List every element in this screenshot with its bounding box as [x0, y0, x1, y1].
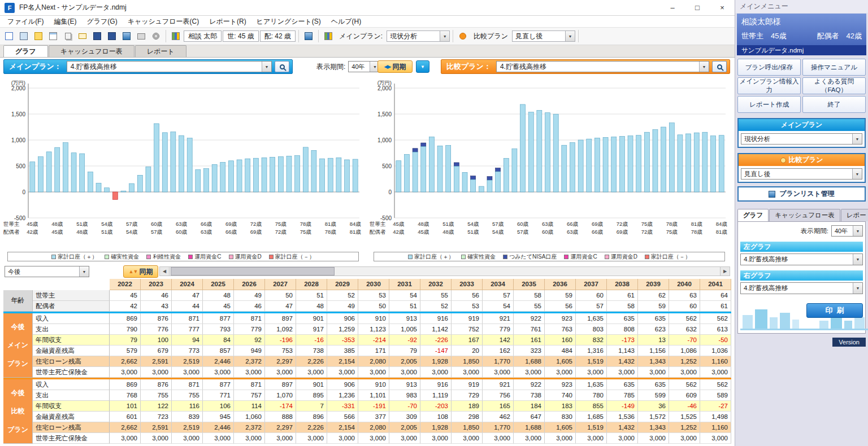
value-cell: 171 [358, 346, 389, 356]
value-cell: 1,605 [545, 356, 576, 367]
svg-text:48歳: 48歳 [51, 221, 63, 227]
value-cell: 2,519 [172, 356, 203, 367]
svg-text:72歳: 72歳 [275, 229, 287, 235]
right-graph-select[interactable]: 4.貯蓄残高推移 ▼ [740, 282, 863, 294]
value-cell: 3,000 [358, 367, 389, 378]
value-cell: 729 [452, 390, 483, 401]
scroll-right-icon[interactable]: ▶ [720, 267, 730, 276]
chevron-down-icon[interactable]: ▼ [262, 62, 271, 72]
sidebar-button[interactable]: メインプラン情報入力 [737, 77, 801, 94]
compare-chart-type-select[interactable]: 4.貯蓄残高推移 ▼ [496, 61, 709, 72]
horizontal-scrollbar[interactable]: ◀ ▶ [159, 266, 730, 276]
main-tab-strip: グラフキャッシュフロー表レポート [0, 45, 735, 58]
value-cell: -174 [265, 401, 296, 412]
scroll-left-icon[interactable]: ◀ [160, 267, 170, 276]
period-select[interactable]: 40年 ▼ [348, 61, 380, 72]
menu-item[interactable]: 編集(E) [49, 16, 81, 28]
value-cell: 562 [700, 313, 731, 324]
tab-graph[interactable]: グラフ [3, 45, 48, 57]
chevron-down-icon[interactable]: ▼ [853, 254, 862, 265]
tab-report[interactable]: レポート [135, 45, 186, 57]
close-button[interactable]: × [710, 0, 735, 16]
compare-plan-select[interactable]: 見直し後 ▼ [512, 30, 575, 42]
compare-plan-sidebar-select[interactable]: 見直し後 ▼ [741, 168, 862, 180]
save-icon[interactable] [90, 29, 104, 43]
sidebar-button[interactable]: レポート作成 [737, 96, 801, 113]
tab-cashflow[interactable]: キャッシュフロー表 [49, 45, 134, 57]
table-view-icon[interactable] [120, 29, 133, 43]
sidebar-tab-report[interactable]: レポート [841, 209, 868, 221]
chevron-down-icon[interactable]: ▼ [852, 169, 862, 179]
husband-age: 世帯主 45歳 [741, 31, 786, 41]
left-graph-select[interactable]: 4.貯蓄残高推移 ▼ [740, 253, 863, 265]
value-cell: 183 [545, 401, 576, 412]
copy-icon[interactable] [61, 29, 75, 43]
chevron-down-icon[interactable]: ▼ [853, 283, 862, 294]
table-period-select[interactable]: 今後 ▼ [5, 266, 89, 277]
minimize-button[interactable]: – [660, 0, 685, 16]
menu-item[interactable]: グラフ(G) [81, 16, 122, 28]
sidebar-button[interactable]: 操作マニュアル [802, 59, 866, 76]
chevron-down-icon[interactable]: ▼ [852, 134, 862, 144]
value-cell: 462 [483, 412, 514, 422]
year-cell: 2037 [576, 279, 607, 290]
main-zoom-button[interactable] [275, 61, 289, 72]
value-cell: 1,519 [576, 356, 607, 367]
chevron-down-icon[interactable]: ▼ [565, 31, 575, 41]
compare-plan-header: 比較プラン [739, 154, 865, 166]
sidebar-tab-graph[interactable]: グラフ [737, 209, 769, 221]
main-plan-label: メインプラン: [336, 32, 385, 41]
mail-icon[interactable] [76, 29, 89, 43]
main-plan-select[interactable]: 現状分析 ▼ [387, 30, 450, 42]
sidebar-button[interactable]: プラン呼出/保存 [737, 59, 801, 76]
menu-item[interactable]: ヒアリングシート(S) [251, 16, 326, 28]
sync-button[interactable]: ◀▶ 同期 [377, 60, 413, 73]
value-cell: 3,000 [545, 433, 576, 444]
age-cell: 51 [296, 290, 327, 301]
main-chart-type-select[interactable]: 4.貯蓄残高推移 ▼ [67, 61, 272, 72]
sidebar-button[interactable]: よくある質問（FAQ） [802, 77, 866, 94]
chevron-down-icon[interactable]: ▼ [853, 226, 862, 236]
legend-swatch-icon [269, 255, 274, 259]
settings-gear-icon[interactable] [149, 29, 163, 43]
open-file-icon[interactable] [32, 29, 45, 43]
value-cell: 3,000 [172, 367, 203, 378]
graph-icon[interactable] [322, 29, 335, 43]
sidebar-tab-cashflow[interactable]: キャッシュフロー表 [769, 209, 840, 221]
sidebar-button[interactable]: 終了 [802, 96, 866, 113]
main-plan-sidebar-select[interactable]: 現状分析 ▼ [741, 133, 862, 145]
menu-item[interactable]: レポート(R) [204, 16, 251, 28]
compare-zoom-button[interactable] [712, 61, 727, 72]
age-cell: 43 [141, 301, 172, 312]
row-label: 支出 [33, 390, 110, 401]
age-cell: 45 [110, 290, 141, 301]
save-as-icon[interactable] [105, 29, 119, 43]
cashflow-icon[interactable] [302, 29, 315, 43]
table-sync-button[interactable]: ▲▼ 同期 [123, 265, 158, 278]
svg-text:72歳: 72歳 [617, 221, 628, 227]
print-preview-icon[interactable] [46, 29, 60, 43]
value-cell: 3,000 [203, 433, 234, 444]
chevron-down-icon[interactable]: ▼ [79, 266, 89, 277]
print-button[interactable]: 印刷 [806, 303, 863, 318]
svg-text:84歳: 84歳 [350, 221, 362, 227]
sidebar-period-select[interactable]: 40年 ▼ [831, 225, 863, 237]
menu-item[interactable]: ヘルプ(H) [326, 16, 367, 28]
value-cell: 1,770 [483, 356, 514, 367]
scrollbar-thumb[interactable] [171, 267, 335, 276]
maximize-button[interactable]: □ [685, 0, 710, 16]
plan-list-button[interactable]: プランリスト管理 [737, 186, 866, 202]
chevron-down-icon[interactable]: ▼ [699, 62, 709, 72]
print-icon[interactable] [134, 29, 148, 43]
year-cell: 2023 [141, 279, 172, 290]
value-cell: 1,685 [576, 412, 607, 422]
chart-icon[interactable] [169, 29, 183, 43]
age-cell: 46 [234, 301, 265, 312]
menu-item[interactable]: キャッシュフロー表(C) [123, 16, 205, 28]
menu-item[interactable]: ファイル(F) [2, 16, 49, 28]
new-file-icon[interactable] [2, 29, 16, 43]
age-cell: 55 [514, 301, 545, 312]
collapse-button[interactable]: ▼ [416, 60, 429, 73]
chevron-down-icon[interactable]: ▼ [440, 31, 449, 41]
preview-icon[interactable] [17, 29, 31, 43]
